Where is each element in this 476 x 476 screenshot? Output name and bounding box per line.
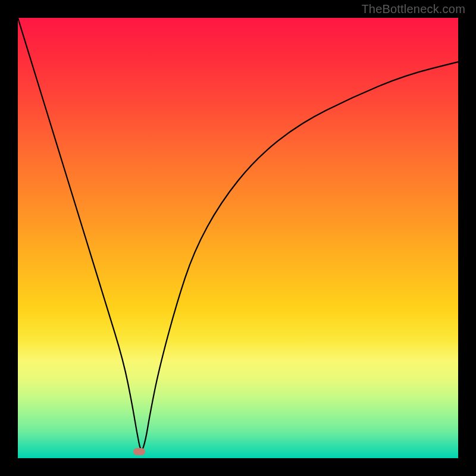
chart-plot-area: [18, 18, 458, 458]
watermark-text: TheBottleneck.com: [361, 2, 465, 16]
chart-curve-svg: [18, 18, 458, 458]
optimal-marker: [133, 448, 145, 455]
bottleneck-curve-path: [18, 18, 458, 450]
